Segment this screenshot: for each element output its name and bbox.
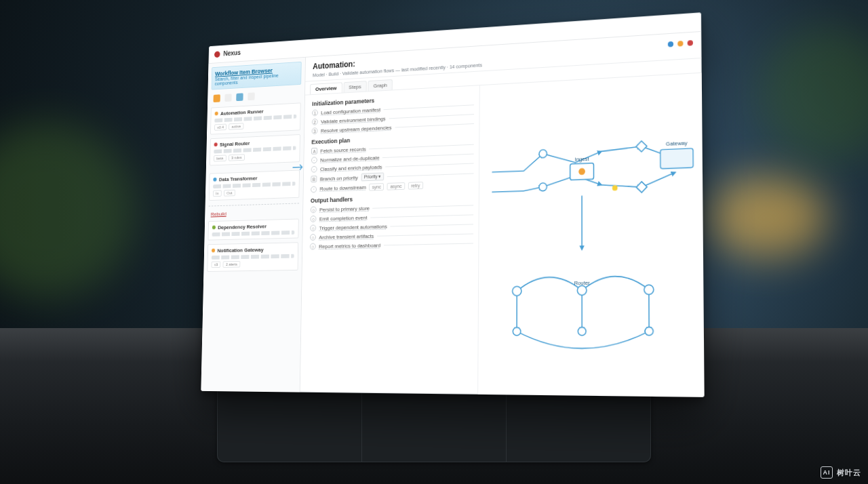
list-item[interactable]: ○Report metrics to dashboard (310, 240, 473, 250)
tab-steps[interactable]: Steps (343, 81, 367, 92)
divider (209, 203, 300, 206)
tag: active (229, 123, 243, 129)
notifications-icon[interactable] (677, 41, 683, 47)
svg-marker-4 (636, 141, 647, 153)
sort-icon[interactable] (224, 94, 231, 102)
list-item[interactable]: ○Archive transient artifacts (310, 230, 473, 240)
step-label: Load configuration manifest (321, 106, 380, 115)
sidebar-card-title: Notification Gateway (217, 247, 263, 254)
sidebar-card[interactable]: Data Transformer In Out (209, 170, 300, 201)
app-dot-icon (214, 51, 220, 58)
sidebar: Workflow Item Browser Search, filter and… (201, 58, 306, 392)
sidebar-hero[interactable]: Workflow Item Browser Search, filter and… (212, 62, 302, 90)
chip[interactable]: Out (224, 190, 235, 197)
filter-icon[interactable] (213, 94, 220, 102)
list-item[interactable]: 1Load configuration manifest (312, 101, 474, 116)
step-bullet-icon: 1 (312, 109, 318, 116)
step-bullet-icon: · (311, 157, 317, 163)
header-actions (668, 40, 693, 47)
step-label: Report metrics to dashboard (319, 242, 380, 249)
step-label: Persist to primary store (319, 205, 370, 213)
list-item[interactable]: BBranch on priorityPriority ▾ (311, 169, 473, 183)
workflow-diagram[interactable]: Gateway Ingest Router (477, 73, 705, 397)
list-item[interactable]: ·Classify and enrich payloads (311, 160, 473, 173)
mode-chip[interactable]: retry (408, 182, 423, 190)
placeholder-line (214, 115, 296, 123)
step-label: Branch on priority (320, 174, 358, 182)
step-label: Emit completion event (319, 214, 368, 222)
placeholder-line (212, 230, 295, 237)
sidebar-card-title: Dependency Resolver (218, 224, 267, 230)
page-title: Automation: (313, 60, 355, 71)
placeholder-line (212, 254, 294, 260)
tab-overview[interactable]: Overview (310, 82, 342, 94)
list-item[interactable]: AFetch source records (311, 141, 473, 155)
step-label: Archive transient artifacts (319, 233, 374, 240)
list-item[interactable]: ·Route to downstream sync async retry (311, 180, 473, 193)
sidebar-card-title: Data Transformer (219, 176, 258, 183)
svg-point-8 (577, 285, 587, 295)
tag: v2.4 (214, 124, 226, 131)
step-label: Trigger dependent automations (319, 223, 387, 230)
list-item[interactable]: 3Resolve upstream dependencies (312, 120, 474, 134)
tag: 3 rules (229, 154, 245, 161)
sidebar-hero-subtitle: Search, filter and inspect pipeline comp… (215, 72, 298, 86)
sidebar-connector (210, 166, 300, 169)
step-label: Route to downstream (319, 184, 366, 192)
diagram-node-label: Router (574, 280, 590, 287)
sidebar-toolbar (211, 89, 301, 104)
tab-graph[interactable]: Graph (368, 79, 393, 92)
list-item[interactable]: 2Validate environment bindings (312, 110, 474, 125)
sidebar-card[interactable]: Notification Gateway v32 alerts (207, 242, 298, 272)
step-bullet-icon: 3 (312, 127, 318, 134)
refresh-icon[interactable] (236, 93, 243, 101)
svg-point-11 (578, 327, 586, 336)
step-bullet-icon: A (311, 148, 317, 155)
chip[interactable]: In (213, 190, 222, 197)
step-label: Validate environment bindings (321, 115, 386, 124)
close-icon[interactable] (688, 40, 693, 46)
mode-chip[interactable]: sync (369, 183, 384, 191)
step-bullet-icon: ○ (310, 216, 316, 222)
step-bullet-icon: ○ (310, 243, 316, 250)
svg-point-0 (539, 150, 547, 158)
sidebar-card[interactable]: Automation Runner v2.4active (210, 102, 301, 134)
sidebar-card[interactable]: Signal Router beta3 rules (210, 134, 300, 165)
list-item[interactable]: ·Normalize and de-duplicate (311, 150, 473, 164)
status-dot-icon (214, 142, 218, 146)
step-bullet-icon: ○ (311, 206, 317, 213)
svg-point-7 (512, 286, 521, 296)
status-indicator-icon[interactable] (668, 41, 673, 47)
status-dot-icon (213, 178, 216, 182)
step-bullet-icon: · (311, 186, 317, 193)
sidebar-action-link[interactable]: Rebuild (208, 209, 299, 217)
placeholder-line (214, 146, 296, 153)
sidebar-card[interactable]: Dependency Resolver (208, 219, 299, 241)
priority-select[interactable]: Priority ▾ (361, 172, 384, 181)
status-dot-icon (212, 226, 216, 230)
app-window: Nexus Workflow Item Browser Search, filt… (201, 12, 704, 397)
watermark-icon: AI (821, 466, 833, 479)
step-label: Classify and enrich payloads (320, 163, 382, 172)
step-bullet-icon: ○ (310, 224, 316, 231)
sidebar-hero-title: Workflow Item Browser (215, 66, 298, 77)
svg-marker-5 (636, 182, 647, 193)
svg-rect-6 (660, 148, 692, 169)
tag: beta (214, 155, 226, 161)
sidebar-card-title: Signal Router (220, 140, 250, 147)
status-dot-icon (215, 112, 218, 116)
step-bullet-icon: · (311, 166, 317, 173)
step-list: Initialization parameters 1Load configur… (300, 85, 479, 395)
svg-point-9 (644, 285, 653, 294)
diagram-node-label: Ingest (574, 156, 589, 163)
tag: 2 alerts (223, 261, 241, 268)
mode-chip[interactable]: async (387, 182, 405, 190)
more-icon[interactable] (248, 92, 254, 100)
diagram-node-label: Gateway (665, 140, 687, 147)
list-item[interactable]: ○Trigger dependent automations (310, 220, 473, 231)
watermark-text: 树叶云 (837, 468, 861, 478)
step-label: Resolve upstream dependencies (321, 124, 392, 134)
section-heading: Initialization parameters (312, 92, 474, 108)
section-heading: Execution plan (311, 132, 473, 146)
main-panel: Automation: Model · Build · Validate aut… (300, 32, 705, 397)
